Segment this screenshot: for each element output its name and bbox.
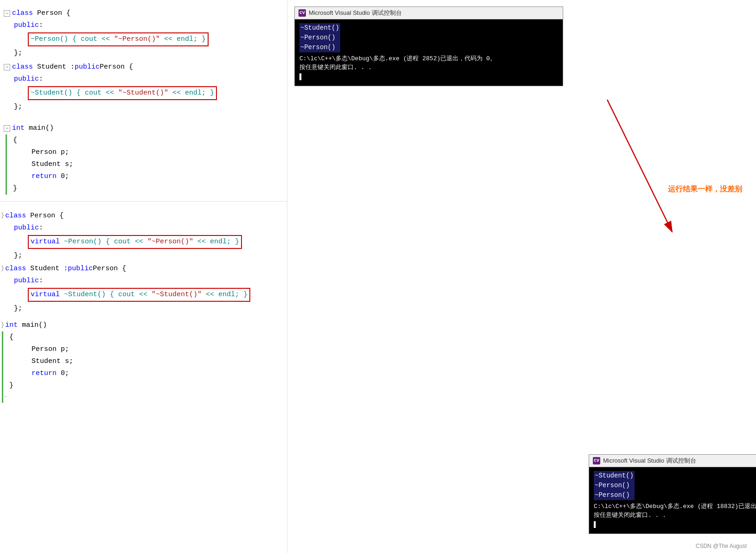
keyword: int — [12, 123, 25, 134]
code-line: }; — [0, 303, 287, 315]
code-line: − class Person { — [0, 7, 287, 19]
code-text: Student : — [30, 263, 68, 274]
green-bar-bottom — [2, 331, 3, 403]
keyword: return — [32, 171, 57, 182]
code-text: } — [9, 380, 13, 391]
code-text: }; — [14, 303, 22, 314]
code-line: − class Student : public Person { — [0, 61, 287, 73]
code-line-student-destructor: ~Student() { cout << "~Student()" << end… — [0, 85, 287, 101]
code-line: { — [4, 134, 287, 146]
code-line: return 0; — [4, 171, 287, 183]
collapse-icon[interactable]: − — [4, 64, 10, 70]
highlighted-destructor: ~Person() { cout << "~Person()" << endl;… — [28, 32, 209, 46]
console-output-highlight-bottom: ~Student() ~Person() ~Person() — [594, 471, 635, 500]
console-line: ~Person() — [300, 43, 339, 52]
top-code-block: − class Person { public: ~Person() { cou… — [0, 5, 287, 195]
code-text: : — [39, 275, 43, 286]
keyword: class — [5, 210, 26, 222]
code-text: main() — [22, 320, 47, 331]
code-line: public: — [0, 73, 287, 85]
keyword: int — [5, 320, 18, 331]
code-text: Person { — [30, 210, 64, 222]
collapse-icon[interactable]: − — [4, 10, 10, 17]
keyword: class — [5, 263, 26, 274]
keyword: class — [12, 8, 33, 19]
code-panel: − class Person { public: ~Person() { cou… — [0, 0, 287, 553]
code-line: public: — [0, 19, 287, 32]
code-text: Person p; — [32, 147, 69, 158]
code-line: Student s; — [4, 159, 287, 171]
code-text: }; — [14, 250, 22, 261]
console-title-bottom: Microsoft Visual Studio 调试控制台 — [603, 456, 696, 465]
highlighted-virtual-destructor: virtual ~Person() { cout << "~Person()" … — [28, 235, 242, 249]
code-text: Person { — [100, 62, 133, 73]
code-text: main() — [29, 123, 54, 134]
console-footer-2: 按任意键关闭此窗口. . . — [299, 63, 558, 72]
right-panel: cv Microsoft Visual Studio 调试控制台 ~Studen… — [287, 0, 756, 553]
keyword: public — [14, 275, 39, 286]
bottom-main-block: { Person p; Student s; return 0; } - — [0, 331, 287, 403]
code-line: return 0; — [4, 368, 287, 380]
code-line-virtual-student-destructor: virtual ~Student() { cout << "~Student()… — [0, 287, 287, 303]
code-text: << endl; } — [193, 238, 239, 246]
code-text: Student : — [37, 62, 75, 73]
code-line: Person p; — [4, 146, 287, 159]
collapse-icon[interactable]: − — [4, 125, 10, 132]
console-title-top: Microsoft Visual Studio 调试控制台 — [309, 8, 402, 18]
code-line: − int main() — [0, 122, 287, 134]
collapse-marker: } — [1, 264, 4, 273]
code-text: } — [13, 183, 17, 194]
code-text: Person { — [93, 263, 126, 274]
code-text: ~Person() { cout << — [64, 238, 147, 246]
code-text: ~Student() { cout << — [64, 291, 152, 299]
code-text: << endl; } — [160, 35, 206, 43]
code-line-virtual-destructor: virtual ~Person() { cout << "~Person()" … — [0, 234, 287, 250]
code-text: : — [39, 20, 43, 31]
keyword: public — [68, 263, 93, 274]
code-line-destructor: ~Person() { cout << "~Person()" << endl;… — [0, 32, 287, 47]
code-line: } class Person { — [0, 210, 287, 222]
keyword: public — [14, 74, 39, 85]
code-text: : — [39, 222, 43, 234]
code-line: public: — [0, 275, 287, 287]
console-footer-b1: C:\lc\C++\多态\Debug\多态.exe (进程 18832)已退出，… — [594, 502, 756, 511]
code-text: Student s; — [32, 356, 73, 367]
keyword: virtual — [31, 238, 60, 246]
annotation-text: 运行结果一样，没差别 — [668, 184, 742, 194]
code-text: "~Person()" — [114, 35, 160, 43]
keyword: virtual — [31, 291, 60, 299]
console-output-highlight: ~Student() ~Person() ~Person() — [299, 23, 340, 52]
code-line: Person p; — [4, 343, 287, 356]
code-text: 0; — [61, 171, 69, 182]
console-line-b: ~Person() — [595, 490, 634, 500]
keyword: public — [14, 222, 39, 234]
code-line: }; — [0, 47, 287, 59]
code-text: Person p; — [32, 344, 69, 355]
code-line: }; — [0, 250, 287, 262]
code-line: } class Student : public Person { — [0, 263, 287, 275]
code-text: { — [9, 332, 13, 343]
code-line: { — [4, 331, 287, 343]
console-line-b: ~Person() — [595, 481, 634, 490]
code-line: }; — [0, 101, 287, 113]
console-body-top: ~Student() ~Person() ~Person() C:\lc\C++… — [295, 19, 563, 86]
console-line-b: ~Student() — [595, 471, 634, 481]
code-line: } — [4, 183, 287, 195]
svg-line-2 — [607, 100, 672, 232]
code-line: Student s; — [4, 356, 287, 368]
console-cursor: ▌ — [299, 72, 558, 82]
code-line: - — [4, 392, 287, 403]
console-line: ~Person() — [300, 33, 339, 43]
code-text: "~Student()" — [152, 291, 202, 299]
keyword: return — [32, 368, 57, 379]
code-line: public: — [0, 222, 287, 234]
code-text: << endl; } — [168, 89, 214, 97]
code-text: "~Student()" — [118, 89, 168, 97]
console-titlebar-top: cv Microsoft Visual Studio 调试控制台 — [295, 7, 563, 19]
code-line: } int main() — [0, 319, 287, 331]
code-text: "~Person()" — [147, 238, 193, 246]
code-text: { — [13, 135, 17, 146]
console-bottom: cv Microsoft Visual Studio 调试控制台 ~Studen… — [589, 454, 756, 534]
code-text: }; — [14, 102, 22, 113]
keyword: public — [75, 62, 100, 73]
